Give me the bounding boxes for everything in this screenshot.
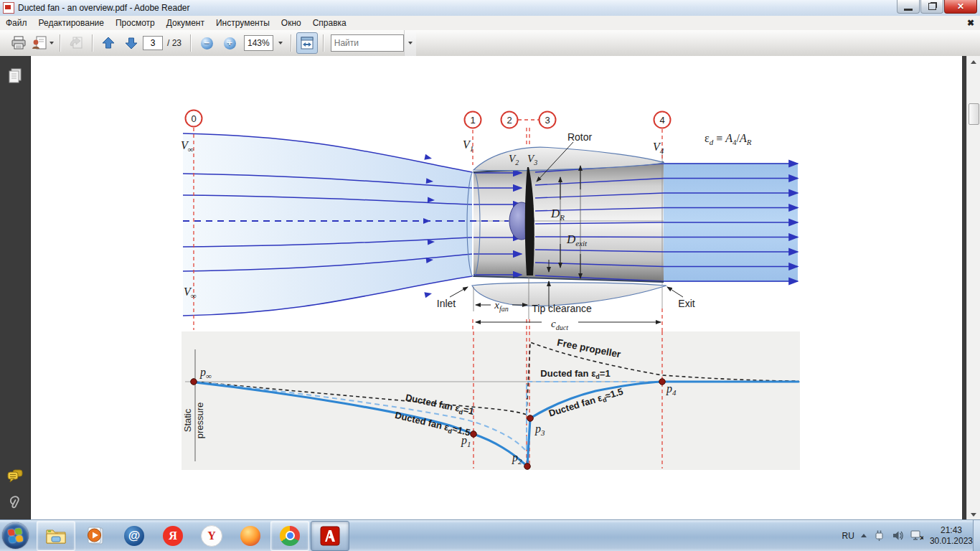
taskbar-explorer-button[interactable] [37, 521, 75, 551]
search-input[interactable] [331, 38, 403, 48]
taskbar-adobe-reader-button[interactable] [311, 521, 349, 551]
scroll-up-button[interactable] [967, 56, 980, 67]
y-browser-icon: Y [201, 525, 222, 547]
page-count-label: / 23 [167, 38, 182, 48]
pages-panel-button[interactable] [0, 67, 30, 85]
hidden-icons-arrow[interactable] [861, 534, 867, 537]
adobe-reader-window: Ducted fan - an overview.pdf - Adobe Rea… [0, 0, 980, 551]
media-player-icon [85, 526, 106, 546]
adobe-reader-icon [320, 526, 340, 546]
page-number-input[interactable] [143, 36, 163, 50]
y-axis-label-2: pressure [194, 402, 205, 439]
taskbar-yandex-browser-button[interactable]: Y [193, 522, 230, 550]
v1-label: V1 [463, 138, 473, 153]
navigation-sidebar [0, 56, 31, 520]
minimize-icon [904, 9, 913, 11]
document-page: 0 1 2 3 4 [31, 56, 962, 520]
zoom-in-button[interactable]: + [219, 32, 240, 54]
menu-window[interactable]: Окно [275, 17, 307, 29]
close-document-icon[interactable]: ✖ [967, 18, 974, 28]
ducted-fan-eps1-horizontal-label: Ducted fan εd=1 [540, 368, 610, 380]
print-button[interactable] [8, 32, 29, 54]
comments-icon [6, 468, 24, 483]
share-icon [67, 35, 85, 51]
close-button[interactable]: ✕ [944, 0, 977, 14]
attachments-panel-button[interactable] [0, 493, 30, 510]
fit-width-button[interactable] [296, 32, 318, 54]
zoom-dropdown-button[interactable] [274, 32, 286, 54]
taskbar-yandex-button[interactable]: Я [154, 522, 192, 550]
svg-text:4: 4 [659, 115, 664, 126]
mailru-agent-icon: @ [124, 526, 144, 546]
menu-file[interactable]: Файл [0, 17, 33, 29]
menu-bar: Файл Редактирование Просмотр Документ Ин… [0, 16, 980, 31]
start-button[interactable] [2, 522, 29, 549]
sign-document-icon [32, 36, 47, 50]
taskbar-media-player-button[interactable] [77, 522, 114, 550]
ducted-fan-figure: 0 1 2 3 4 [30, 56, 967, 520]
pdf-file-icon [3, 2, 14, 14]
svg-text:1: 1 [470, 115, 475, 126]
y-axis-label-1: Static [182, 408, 193, 432]
zoom-out-icon: − [201, 37, 213, 50]
menu-document[interactable]: Документ [161, 17, 210, 29]
clock[interactable]: 21:43 30.01.2023 [930, 525, 973, 547]
title-bar: Ducted fan - an overview.pdf - Adobe Rea… [0, 0, 980, 17]
sign-button[interactable] [31, 32, 55, 54]
vertical-scrollbar[interactable] [966, 56, 980, 520]
zoom-dropdown-caret [278, 42, 283, 44]
sign-dropdown-caret [50, 42, 54, 44]
pages-icon [7, 67, 23, 85]
menu-help[interactable]: Справка [307, 17, 352, 29]
next-page-button[interactable] [121, 32, 142, 54]
scroll-down-button[interactable] [967, 509, 980, 520]
windows-logo-icon [8, 528, 23, 543]
menu-view[interactable]: Просмотр [110, 17, 161, 29]
scroll-up-icon [971, 60, 976, 64]
printer-icon [11, 36, 27, 50]
taskbar: @ Я Y RU [0, 519, 980, 551]
power-plug-icon[interactable] [873, 529, 885, 542]
taskbar-mailru-button[interactable]: @ [116, 522, 153, 550]
close-icon: ✕ [957, 2, 964, 11]
streamtube-fill [183, 133, 472, 316]
window-title: Ducted fan - an overview.pdf - Adobe Rea… [18, 3, 189, 13]
toolbar: / 23 − + 143% [0, 30, 980, 57]
share-button-disabled[interactable] [65, 32, 87, 54]
arrow-down-icon [124, 36, 138, 50]
tray-time: 21:43 [930, 525, 973, 536]
chrome-icon [280, 526, 300, 546]
language-indicator[interactable]: RU [842, 531, 854, 541]
zoom-level-box[interactable]: 143% [244, 35, 273, 51]
zoom-level-value: 143% [248, 38, 270, 48]
svg-text:2: 2 [507, 115, 512, 126]
comments-panel-button[interactable] [0, 468, 30, 483]
zoom-out-button[interactable]: − [196, 32, 217, 54]
inlet-label: Inlet [437, 298, 456, 309]
system-tray: RU ✕ 21:43 30.01.2023 [842, 520, 973, 551]
taskbar-firefox-button[interactable] [232, 522, 269, 550]
scroll-down-icon [971, 513, 976, 517]
menu-edit[interactable]: Редактирование [33, 17, 110, 29]
taskbar-chrome-button[interactable] [270, 521, 309, 551]
svg-text:✕: ✕ [919, 534, 923, 542]
restore-button[interactable] [920, 0, 943, 14]
firefox-icon [240, 526, 260, 546]
yandex-icon: Я [163, 526, 183, 546]
previous-page-button[interactable] [98, 32, 119, 54]
arrow-up-icon [101, 36, 116, 50]
menu-tools[interactable]: Инструменты [210, 17, 275, 29]
search-options-button[interactable] [404, 30, 416, 56]
minimize-button[interactable] [897, 0, 920, 14]
paperclip-icon [8, 493, 22, 510]
station-markers: 0 1 2 3 4 [186, 110, 671, 128]
svg-text:0: 0 [191, 113, 196, 124]
tray-date: 30.01.2023 [930, 536, 973, 547]
show-desktop-button[interactable] [973, 520, 980, 551]
zoom-in-icon: + [224, 37, 236, 50]
pressure-plot-background [182, 331, 800, 470]
volume-icon[interactable] [892, 529, 904, 542]
scrollbar-thumb[interactable] [969, 103, 979, 125]
c-duct-label: cduct [551, 318, 568, 331]
network-icon[interactable]: ✕ [910, 529, 923, 542]
